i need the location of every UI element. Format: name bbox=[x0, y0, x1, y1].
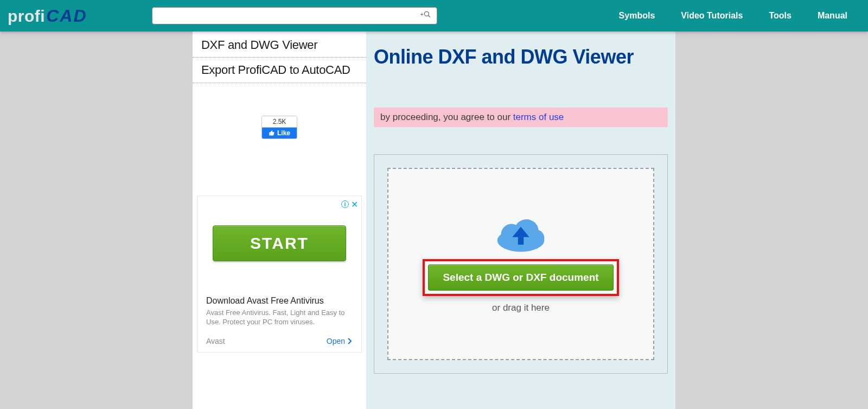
terms-link[interactable]: terms of use bbox=[513, 112, 564, 122]
upload-dropzone[interactable]: Select a DWG or DXF document or drag it … bbox=[387, 168, 654, 360]
like-count: 2.5K bbox=[262, 116, 297, 128]
like-box: 2.5K Like bbox=[261, 116, 297, 139]
thumbs-up-icon bbox=[269, 130, 275, 136]
chevron-right-icon bbox=[347, 338, 353, 344]
like-button[interactable]: Like bbox=[262, 128, 297, 139]
ad-open-label: Open bbox=[327, 337, 345, 345]
ad-card: i ✕ START Download Avast Free Antivirus … bbox=[197, 196, 362, 353]
facebook-like-widget: 2.5K Like bbox=[193, 116, 366, 141]
drag-hint: or drag it here bbox=[492, 303, 550, 313]
page-body: DXF and DWG Viewer Export ProfiCAD to Au… bbox=[0, 32, 868, 409]
ad-body: Download Avast Free Antivirus Avast Free… bbox=[197, 261, 361, 345]
header: profi CAD + Symbols Video Tutorials Tool… bbox=[0, 0, 868, 32]
terms-notice: by proceeding, you agree to our terms of… bbox=[374, 108, 668, 127]
svg-point-6 bbox=[527, 230, 544, 247]
select-button-highlight: Select a DWG or DXF document bbox=[423, 259, 618, 296]
sidebar-item-viewer[interactable]: DXF and DWG Viewer bbox=[193, 33, 366, 58]
select-document-button[interactable]: Select a DWG or DXF document bbox=[428, 265, 613, 291]
ad-info-icon[interactable]: i bbox=[341, 200, 349, 208]
sidebar-item-export[interactable]: Export ProfiCAD to AutoCAD bbox=[193, 58, 366, 83]
logo-text-profi: profi bbox=[8, 7, 45, 26]
search-container: + bbox=[152, 7, 437, 24]
ad-description: Avast Free Antivirus. Fast, Light and Ea… bbox=[206, 308, 353, 327]
ad-badges: i ✕ bbox=[341, 199, 358, 210]
notice-prefix: by proceeding, you agree to our bbox=[380, 112, 513, 122]
nav-symbols[interactable]: Symbols bbox=[619, 11, 655, 21]
ad-footer-row: Avast Open bbox=[206, 337, 353, 345]
page-title: Online DXF and DWG Viewer bbox=[374, 46, 668, 68]
ad-open-link[interactable]: Open bbox=[327, 337, 353, 345]
main-nav: Symbols Video Tutorials Tools Manual bbox=[619, 11, 860, 21]
nav-tools[interactable]: Tools bbox=[769, 11, 791, 21]
nav-video-tutorials[interactable]: Video Tutorials bbox=[681, 11, 743, 21]
logo[interactable]: profi CAD bbox=[8, 6, 87, 26]
ad-start-button[interactable]: START bbox=[213, 225, 346, 261]
cloud-upload-icon bbox=[493, 215, 549, 251]
main-content: Online DXF and DWG Viewer by proceeding,… bbox=[366, 32, 675, 409]
search-input[interactable] bbox=[152, 7, 437, 24]
nav-manual[interactable]: Manual bbox=[818, 11, 847, 21]
upload-panel: Select a DWG or DXF document or drag it … bbox=[374, 154, 668, 374]
ad-title: Download Avast Free Antivirus bbox=[206, 296, 353, 306]
like-label: Like bbox=[277, 129, 290, 137]
content-container: DXF and DWG Viewer Export ProfiCAD to Au… bbox=[193, 32, 675, 409]
ad-brand: Avast bbox=[206, 337, 225, 345]
logo-text-cad: CAD bbox=[46, 6, 87, 26]
ad-close-icon[interactable]: ✕ bbox=[351, 199, 358, 210]
sidebar: DXF and DWG Viewer Export ProfiCAD to Au… bbox=[193, 32, 366, 409]
